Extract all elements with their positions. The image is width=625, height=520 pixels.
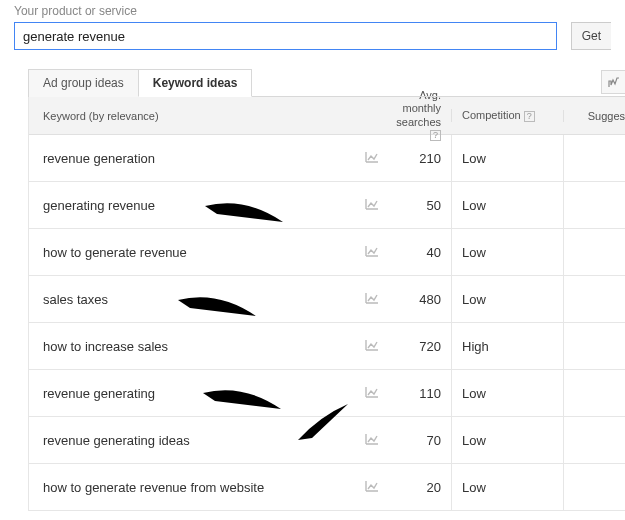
searches-cell: 480 <box>383 292 451 307</box>
suggested-cell <box>563 417 625 463</box>
tab-keyword-ideas[interactable]: Keyword ideas <box>138 69 253 97</box>
search-input[interactable] <box>14 22 557 50</box>
competition-cell: Low <box>451 464 563 510</box>
competition-cell: Low <box>451 182 563 228</box>
suggested-cell <box>563 370 625 416</box>
searches-cell: 20 <box>383 480 451 495</box>
chart-icon[interactable] <box>361 433 383 448</box>
col-header-searches[interactable]: Avg. monthly searches? <box>383 89 451 142</box>
searches-cell: 210 <box>383 151 451 166</box>
chart-icon[interactable] <box>361 292 383 307</box>
competition-cell: High <box>451 323 563 369</box>
searches-cell: 720 <box>383 339 451 354</box>
keyword-cell: revenue generation <box>29 151 361 166</box>
keyword-table: Keyword (by relevance) Avg. monthly sear… <box>28 97 625 511</box>
competition-cell: Low <box>451 370 563 416</box>
col-header-suggested[interactable]: Sugges <box>563 110 625 122</box>
keyword-cell: how to generate revenue <box>29 245 361 260</box>
chart-icon[interactable] <box>361 198 383 213</box>
tabs-row: Ad group ideas Keyword ideas <box>28 68 625 97</box>
table-row[interactable]: revenue generation210Low <box>29 135 625 182</box>
help-icon[interactable]: ? <box>524 111 535 122</box>
chart-icon[interactable] <box>361 339 383 354</box>
table-row[interactable]: revenue generating ideas70Low <box>29 417 625 464</box>
table-row[interactable]: how to increase sales720High <box>29 323 625 370</box>
download-icon[interactable] <box>601 70 625 94</box>
keyword-cell: how to increase sales <box>29 339 361 354</box>
table-row[interactable]: revenue generating110Low <box>29 370 625 417</box>
col-header-competition[interactable]: Competition? <box>451 109 563 122</box>
keyword-cell: sales taxes <box>29 292 361 307</box>
suggested-cell <box>563 182 625 228</box>
searches-cell: 40 <box>383 245 451 260</box>
keyword-cell: generating revenue <box>29 198 361 213</box>
table-row[interactable]: how to generate revenue from website20Lo… <box>29 464 625 511</box>
suggested-cell <box>563 229 625 275</box>
search-label: Your product or service <box>14 4 611 18</box>
suggested-cell <box>563 135 625 181</box>
suggested-cell <box>563 323 625 369</box>
col-header-keyword[interactable]: Keyword (by relevance) <box>29 110 361 122</box>
competition-cell: Low <box>451 229 563 275</box>
table-header: Keyword (by relevance) Avg. monthly sear… <box>29 97 625 135</box>
table-row[interactable]: sales taxes480Low <box>29 276 625 323</box>
competition-cell: Low <box>451 276 563 322</box>
chart-icon[interactable] <box>361 245 383 260</box>
competition-cell: Low <box>451 417 563 463</box>
table-row[interactable]: generating revenue50Low <box>29 182 625 229</box>
searches-cell: 70 <box>383 433 451 448</box>
chart-icon[interactable] <box>361 386 383 401</box>
searches-cell: 110 <box>383 386 451 401</box>
suggested-cell <box>563 276 625 322</box>
keyword-cell: how to generate revenue from website <box>29 480 361 495</box>
help-icon[interactable]: ? <box>430 130 441 141</box>
searches-cell: 50 <box>383 198 451 213</box>
keyword-cell: revenue generating <box>29 386 361 401</box>
suggested-cell <box>563 464 625 510</box>
tab-ad-group-ideas[interactable]: Ad group ideas <box>28 69 139 97</box>
chart-icon[interactable] <box>361 480 383 495</box>
competition-cell: Low <box>451 135 563 181</box>
get-ideas-button[interactable]: Get <box>571 22 611 50</box>
chart-icon[interactable] <box>361 151 383 166</box>
keyword-cell: revenue generating ideas <box>29 433 361 448</box>
table-row[interactable]: how to generate revenue40Low <box>29 229 625 276</box>
